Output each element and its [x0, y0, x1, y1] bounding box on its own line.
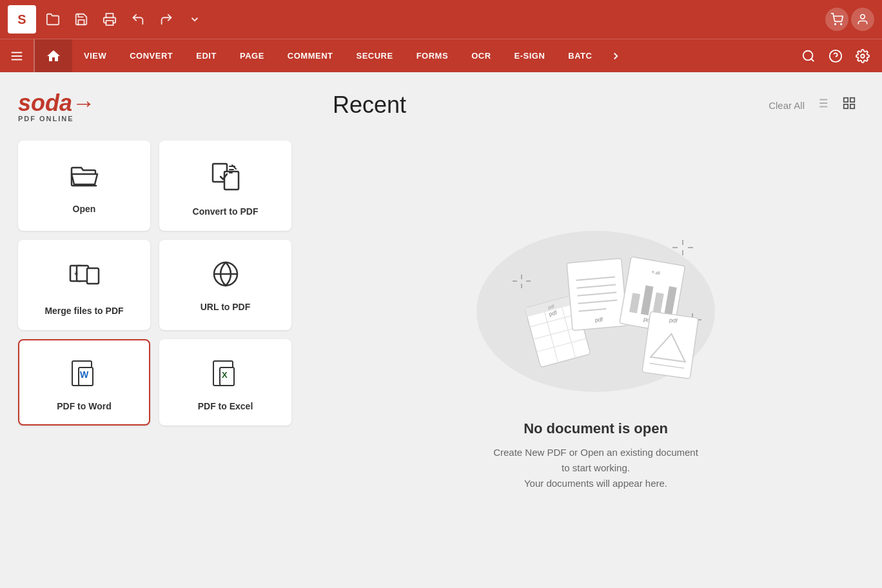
tile-merge[interactable]: + Merge files to PDF	[18, 240, 150, 330]
soda-logo: soda→ PDF ONLINE	[18, 92, 291, 122]
menu-bar: VIEW CONVERT EDIT PAGE COMMENT SECURE FO…	[0, 39, 882, 72]
menu-page[interactable]: PAGE	[228, 39, 276, 72]
svg-rect-0	[106, 21, 113, 25]
merge-icon: +	[68, 259, 101, 297]
hamburger-button[interactable]	[0, 39, 34, 72]
svg-text:+: +	[74, 270, 78, 277]
view-list-button[interactable]	[812, 93, 832, 117]
empty-title: No document is open	[524, 420, 668, 437]
clear-all-button[interactable]: Clear All	[769, 100, 805, 111]
menu-forms[interactable]: FORMS	[405, 39, 460, 72]
svg-point-11	[861, 54, 865, 58]
menu-more-button[interactable]	[603, 39, 628, 72]
search-button[interactable]	[797, 44, 820, 68]
tile-url[interactable]: URL to PDF	[159, 240, 291, 330]
svg-rect-31	[844, 98, 848, 102]
tile-convert-label: Convert to PDF	[193, 206, 259, 217]
svg-point-7	[803, 50, 813, 60]
menu-comment[interactable]: COMMENT	[276, 39, 345, 72]
soda-logo-sub: PDF ONLINE	[18, 115, 291, 122]
empty-desc: Create New PDF or Open an existing docum…	[493, 445, 698, 491]
svg-line-8	[811, 59, 814, 61]
account-button[interactable]	[851, 8, 874, 31]
svg-text:W: W	[80, 369, 89, 380]
svg-point-1	[835, 24, 836, 25]
menu-right-icons	[797, 39, 882, 72]
app-logo: S	[8, 5, 36, 34]
svg-rect-32	[850, 98, 854, 102]
toolbar-right-icons	[825, 8, 874, 31]
soda-logo-text: soda→	[18, 92, 291, 115]
menu-convert[interactable]: CONVERT	[118, 39, 184, 72]
svg-text:pdf: pdf	[669, 317, 678, 324]
menu-esign[interactable]: E-SIGN	[503, 39, 557, 72]
tiles-grid: Open Convert to PDF	[18, 141, 291, 426]
tile-word-label: PDF to Word	[57, 401, 112, 411]
empty-illustration: pdf pdf pdf	[460, 211, 731, 405]
docs-illustration-svg: pdf pdf pdf	[460, 211, 731, 398]
redo-button[interactable]	[155, 8, 178, 31]
tile-url-label: URL to PDF	[201, 302, 251, 312]
logo-letter: S	[17, 12, 26, 27]
empty-state: pdf pdf pdf	[333, 134, 859, 569]
svg-text:pdf: pdf	[594, 316, 603, 323]
view-grid-button[interactable]	[839, 93, 859, 117]
svg-rect-33	[844, 104, 848, 108]
convert-icon	[209, 160, 242, 197]
cart-button[interactable]	[825, 8, 848, 31]
help-button[interactable]	[824, 44, 847, 68]
left-panel: soda→ PDF ONLINE Open	[0, 72, 309, 588]
tile-merge-label: Merge files to PDF	[44, 306, 123, 316]
recent-actions: Clear All	[769, 93, 859, 117]
tile-word[interactable]: W PDF to Word	[18, 339, 150, 426]
svg-text:X: X	[222, 370, 228, 380]
svg-point-2	[841, 24, 842, 25]
main-content: soda→ PDF ONLINE Open	[0, 72, 882, 588]
save-button[interactable]	[70, 8, 93, 31]
print-button[interactable]	[98, 8, 121, 31]
home-menu-button[interactable]	[34, 39, 72, 72]
menu-view[interactable]: VIEW	[72, 39, 118, 72]
svg-rect-34	[850, 104, 854, 108]
right-panel: Recent Clear All	[309, 72, 882, 588]
svg-point-3	[861, 15, 865, 19]
toolbar-more-button[interactable]	[183, 8, 206, 31]
excel-icon: X	[211, 358, 240, 392]
globe-icon	[211, 259, 240, 293]
tile-open-label: Open	[73, 204, 96, 214]
menu-secure[interactable]: SECURE	[344, 39, 404, 72]
menu-edit[interactable]: EDIT	[184, 39, 228, 72]
word-icon: W	[70, 358, 99, 392]
open-file-button[interactable]	[41, 8, 64, 31]
top-toolbar: S	[0, 0, 882, 39]
folder-open-icon	[68, 160, 101, 195]
tile-open[interactable]: Open	[18, 141, 150, 231]
undo-button[interactable]	[126, 8, 150, 31]
tile-excel-label: PDF to Excel	[198, 401, 253, 411]
recent-title: Recent	[333, 92, 769, 119]
settings-button[interactable]	[851, 44, 874, 68]
menu-batch[interactable]: BATC	[556, 39, 603, 72]
tile-excel[interactable]: X PDF to Excel	[159, 339, 291, 426]
recent-header: Recent Clear All	[333, 92, 859, 119]
tile-convert[interactable]: Convert to PDF	[159, 141, 291, 231]
menu-ocr[interactable]: OCR	[460, 39, 502, 72]
svg-rect-17	[87, 268, 99, 284]
